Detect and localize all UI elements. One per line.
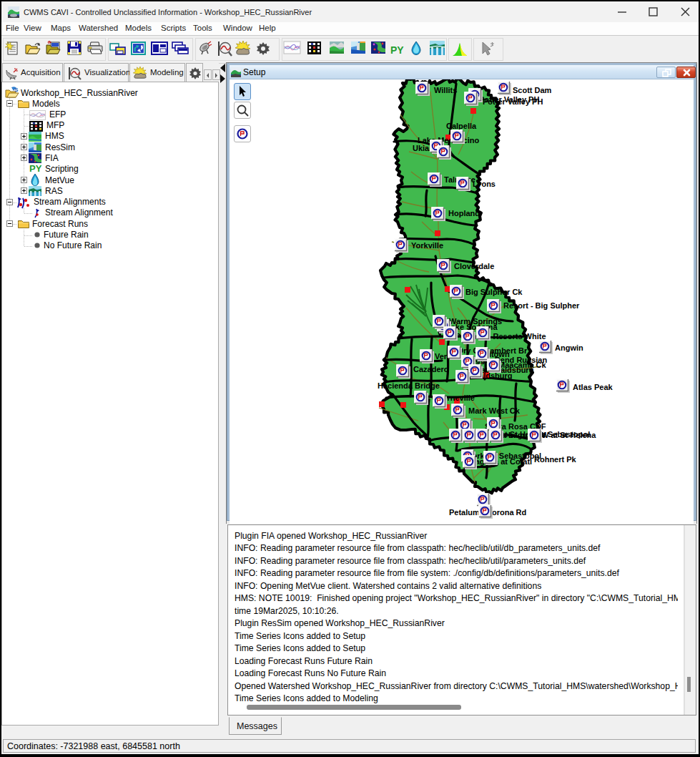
- svg-text:Cloverdale: Cloverdale: [454, 262, 494, 270]
- svg-text:Big Sulphur Ck: Big Sulphur Ck: [465, 288, 523, 296]
- svg-text:Scott Dam: Scott Dam: [513, 86, 552, 94]
- svg-text:Potter Valley PH: Potter Valley PH: [483, 97, 543, 106]
- svg-text:S: S: [14, 87, 19, 93]
- svg-text:Calpella: Calpella: [446, 122, 477, 130]
- svg-text:Resort - Big Sulpher: Resort - Big Sulpher: [503, 301, 580, 310]
- svg-text:Cazadero: Cazadero: [413, 365, 449, 373]
- svg-text:Hopland: Hopland: [448, 209, 480, 218]
- svg-text:Yorkville: Yorkville: [411, 241, 443, 250]
- svg-text:Angwin: Angwin: [555, 343, 583, 352]
- svg-text:Laguna at Cotati: Laguna at Cotati: [470, 457, 532, 466]
- svg-text:W at St Helena: W at St Helena: [541, 431, 596, 439]
- svg-text:Willits: Willits: [434, 86, 457, 94]
- svg-text:Rohnert Pk: Rohnert Pk: [534, 455, 577, 464]
- svg-text:Atlas Peak: Atlas Peak: [573, 383, 613, 391]
- svg-text:orona Rd: orona Rd: [492, 508, 526, 517]
- svg-text:Lyons: Lyons: [473, 180, 496, 188]
- svg-text:Hacienda Bridge: Hacienda Bridge: [378, 381, 440, 390]
- svg-text:Mark West Ck: Mark West Ck: [468, 406, 521, 415]
- svg-text:PY: PY: [390, 44, 404, 56]
